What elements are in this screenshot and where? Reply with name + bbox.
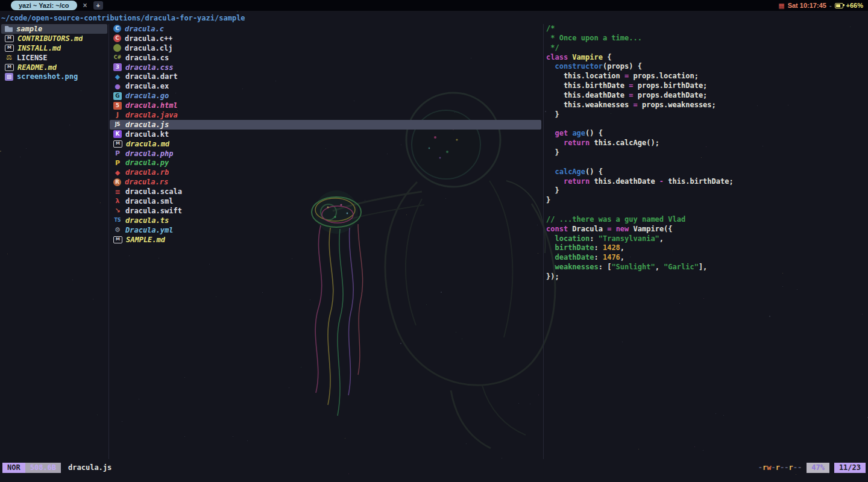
ruby-icon: ◆ xyxy=(113,169,122,177)
star-dot xyxy=(216,296,216,297)
file-row[interactable]: Pdracula.py xyxy=(110,158,541,167)
cpp-icon: C xyxy=(113,34,121,42)
hovered-file-name: dracula.js xyxy=(68,463,112,472)
file-name: CONTRIBUTORS.md xyxy=(17,34,83,43)
star-dot xyxy=(828,474,829,474)
file-row[interactable]: TSdracula.ts xyxy=(110,216,541,225)
star-dot xyxy=(0,151,1,152)
star-dot xyxy=(769,316,770,317)
rust-icon: R xyxy=(113,178,121,186)
star-dot xyxy=(862,314,863,315)
star-dot xyxy=(723,415,724,416)
markdown-icon: M xyxy=(113,140,122,148)
file-row[interactable]: Cdracula.c++ xyxy=(110,34,541,43)
star-dot xyxy=(262,292,263,293)
folder-icon xyxy=(5,26,13,32)
close-icon[interactable]: × xyxy=(83,1,87,10)
topbar-status-area: ▦ Sat 10:17:45 - +66% xyxy=(778,2,868,10)
file-row[interactable]: ◆dracula.rb xyxy=(110,167,541,177)
markdown-icon: M xyxy=(5,64,14,71)
file-name: dracula.css xyxy=(125,63,173,72)
terminal-tab-bar: yazi ~ Yazi: ~/co × + ▦ Sat 10:17:45 - +… xyxy=(0,0,868,11)
file-row[interactable]: dracula.clj xyxy=(110,43,541,53)
file-name: Dracula.yml xyxy=(125,226,173,234)
file-name: LICENSE xyxy=(17,54,48,62)
file-row[interactable]: Jdracula.java xyxy=(110,110,541,120)
file-name: dracula.html xyxy=(125,101,178,110)
star-dot xyxy=(20,157,20,157)
star-dot xyxy=(538,395,539,395)
file-row[interactable]: ◆dracula.dart xyxy=(110,72,541,81)
file-row[interactable]: Pdracula.php xyxy=(110,149,541,158)
code-line: } xyxy=(546,196,866,205)
file-name: SAMPLE.md xyxy=(126,236,165,244)
file-row[interactable]: MINSTALL.md xyxy=(1,43,107,53)
file-row[interactable]: Cdracula.c xyxy=(110,24,541,34)
file-row[interactable]: JSdracula.js xyxy=(110,120,541,130)
file-name: dracula.php xyxy=(125,149,173,158)
file-row[interactable]: 5dracula.html xyxy=(110,101,541,110)
star-dot xyxy=(7,254,8,254)
file-row[interactable]: ↘dracula.swift xyxy=(110,206,541,216)
battery-separator: - xyxy=(829,2,832,9)
star-dot xyxy=(502,458,502,459)
file-row[interactable]: λdracula.sml xyxy=(110,196,541,206)
terminal-tab[interactable]: yazi ~ Yazi: ~/co xyxy=(11,1,77,10)
file-name: dracula.rs xyxy=(125,178,168,186)
elixir-icon: ● xyxy=(113,83,122,90)
star-dot xyxy=(345,438,345,439)
go-icon: G xyxy=(113,92,122,100)
star-dot xyxy=(538,253,538,254)
star-dot xyxy=(81,90,81,91)
c-icon: C xyxy=(113,25,121,33)
new-tab-button[interactable]: + xyxy=(93,1,103,10)
star-dot xyxy=(247,440,248,441)
file-row[interactable]: ⚙Dracula.yml xyxy=(110,225,541,235)
csharp-icon: C# xyxy=(113,54,122,61)
file-row[interactable]: MSAMPLE.md xyxy=(110,235,541,245)
java-icon: J xyxy=(113,111,122,119)
star-dot xyxy=(72,280,73,280)
file-row[interactable]: ▨screenshot.png xyxy=(1,72,107,81)
file-row[interactable]: Kdracula.kt xyxy=(110,130,541,139)
file-row[interactable]: Rdracula.rs xyxy=(110,177,541,187)
file-name: dracula.ex xyxy=(125,82,169,90)
star-dot xyxy=(122,421,122,422)
file-row[interactable]: 3dracula.css xyxy=(110,63,541,72)
star-dot xyxy=(715,413,716,414)
swift-icon: ↘ xyxy=(113,207,122,214)
css3-icon: 3 xyxy=(113,63,122,71)
star-dot xyxy=(426,304,427,305)
file-row[interactable]: ●dracula.ex xyxy=(110,81,541,91)
star-dot xyxy=(292,258,292,259)
file-row[interactable]: Mdracula.md xyxy=(110,139,541,149)
code-line: constructor(props) { xyxy=(546,62,866,72)
code-line: return this.calcAge(); xyxy=(546,139,866,148)
star-dot xyxy=(26,148,27,149)
file-row[interactable]: sample xyxy=(1,24,107,34)
js-icon: JS xyxy=(113,120,122,128)
star-dot xyxy=(694,446,695,447)
star-dot xyxy=(530,404,530,404)
star-dot xyxy=(518,403,519,404)
file-row[interactable]: ≡dracula.scala xyxy=(110,187,541,196)
file-row[interactable]: C#dracula.cs xyxy=(110,53,541,63)
file-name: dracula.go xyxy=(125,92,169,100)
file-row[interactable]: Gdracula.go xyxy=(110,91,541,101)
code-line xyxy=(546,158,866,167)
file-row[interactable]: MCONTRIBUTORS.md xyxy=(1,34,107,43)
star-dot xyxy=(129,255,130,256)
code-line: location: "Transylvania", xyxy=(546,234,866,244)
star-dot xyxy=(159,258,159,258)
sml-lambda-icon: λ xyxy=(113,197,122,205)
python-icon: P xyxy=(113,159,122,167)
file-name: dracula.scala xyxy=(125,187,182,196)
file-row[interactable]: MREADME.md xyxy=(1,63,107,72)
file-name: dracula.py xyxy=(125,158,169,167)
code-line: get age() { xyxy=(546,129,866,139)
mode-badge: NOR xyxy=(2,463,25,473)
star-dot xyxy=(184,436,185,437)
file-row[interactable]: ⚖LICENSE xyxy=(1,53,107,63)
star-dot xyxy=(289,387,289,388)
star-dot xyxy=(638,449,639,449)
